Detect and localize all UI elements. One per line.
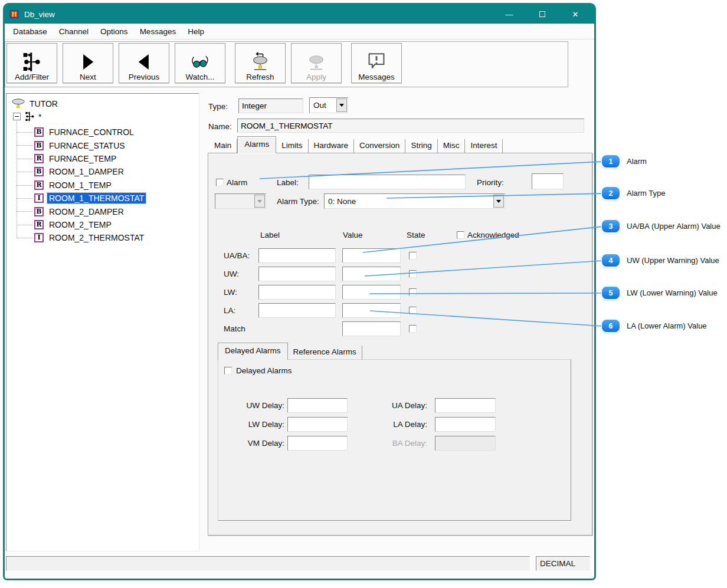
database-tree: TUTOR * B FURNACE_CONTROL B FURNACE_STAT… [6,93,199,551]
tab[interactable]: Hardware [309,139,355,153]
delayed-alarms-checkbox[interactable] [224,367,232,375]
alarm-threshold-row: LW: [208,285,592,300]
threshold-state-checkbox[interactable] [409,288,417,296]
app-icon [9,9,19,19]
name-field[interactable] [237,119,584,133]
sub-tab[interactable]: Delayed Alarms [218,343,288,360]
type-field[interactable] [238,98,303,113]
threshold-value-input[interactable] [342,303,401,318]
point-type-icon: B [34,207,44,216]
menu-item[interactable]: Messages [134,25,182,38]
tree-item-label[interactable]: FURNACE_TEMP [47,153,118,164]
annotation: 3 UA/BA (Upper Alarm) Value [602,220,721,232]
annotation-label: LA (Lower Alarm) Value [627,321,707,330]
direction-combobox[interactable]: Out [309,97,348,113]
delay-label: VM Delay: [225,439,284,448]
threshold-value-input[interactable] [342,248,401,263]
alarm-type-dropdown-arrow-icon[interactable] [493,195,504,208]
alarm-type-combobox[interactable]: 0: None [324,193,505,209]
database-icon [11,98,25,109]
tree-item-label[interactable]: ROOM_1_TEMP [47,180,113,190]
tree-channel-node[interactable]: * [13,111,41,121]
tree-item-label[interactable]: ROOM_1_THERMOSTAT [47,193,146,203]
tree-item[interactable]: B FURNACE_CONTROL [6,126,198,139]
threshold-value-input[interactable] [342,285,401,300]
tree-item[interactable]: I ROOM_2_THERMOSTAT [6,231,198,244]
annotation: 1 Alarm [602,155,647,167]
threshold-value-input[interactable] [342,267,401,281]
delay-input[interactable] [435,417,496,432]
tab[interactable]: Limits [276,139,308,153]
tab[interactable]: Misc [438,139,466,153]
tree-item-label[interactable]: FURNACE_CONTROL [47,127,136,137]
delay-input[interactable] [435,398,496,413]
tree-item-label[interactable]: ROOM_2_THERMOSTAT [47,232,146,243]
tree-item-label[interactable]: ROOM_2_TEMP [47,219,113,230]
threshold-label-input[interactable] [258,303,336,318]
alarm-checkbox[interactable] [216,179,224,186]
delay-input[interactable] [435,436,496,451]
toolbar-button[interactable]: Add/Filter [6,43,57,83]
annotation: 5 LW (Lower Warning) Value [602,287,718,299]
acknowledged-label: Acknowledged [467,231,519,239]
threshold-label-input[interactable] [258,248,336,263]
alarm-label-input[interactable] [309,175,466,189]
tree-item[interactable]: B FURNACE_STATUS [6,139,198,152]
tree-item[interactable]: B ROOM_1_DAMPER [6,165,198,178]
toolbar-button[interactable]: Refresh [235,43,286,83]
menu-item[interactable]: Channel [53,25,94,38]
maximize-button[interactable] [532,5,552,24]
toolbar-button[interactable]: Previous [119,43,169,83]
tree-item[interactable]: R ROOM_2_TEMP [6,218,198,231]
direction-value: Out [310,101,336,110]
tree-item[interactable]: I ROOM_1_THERMOSTAT [6,192,198,205]
priority-label: Priority: [477,178,504,187]
toolbar-button-label: Watch... [185,73,214,81]
threshold-state-checkbox[interactable] [409,270,417,278]
direction-dropdown-arrow-icon[interactable] [336,98,347,112]
tree-item-label[interactable]: ROOM_2_DAMPER [47,206,126,217]
tab[interactable]: Main [209,139,237,153]
threshold-label-input[interactable] [258,285,336,300]
threshold-state-checkbox[interactable] [409,325,417,333]
threshold-state-checkbox[interactable] [409,252,417,259]
tree-root-node[interactable]: TUTOR [11,98,58,109]
tree-item[interactable]: R FURNACE_TEMP [6,152,198,165]
sub-tab[interactable]: Reference Alarms [288,346,362,360]
disabled-combobox[interactable] [215,193,266,209]
point-type-icon: B [34,167,44,176]
toolbar-button[interactable]: Next [63,43,113,83]
annotation-number-badge: 6 [602,320,620,332]
tree-root-label: TUTOR [30,99,58,109]
tab[interactable]: Interest [465,139,503,153]
app-window: Db_view — ✕ DatabaseChannelOptionsMessag… [3,3,596,580]
toolbar-button[interactable]: Messages [351,43,402,83]
menu-item[interactable]: Options [94,25,134,38]
tab[interactable]: Alarms [237,136,276,153]
tree-item[interactable]: B ROOM_2_DAMPER [6,205,198,218]
screenshot-stage: Db_view — ✕ DatabaseChannelOptionsMessag… [0,0,727,588]
delay-input[interactable] [287,398,348,413]
tab[interactable]: String [405,139,437,153]
toolbar-button[interactable]: Apply [291,43,342,83]
tree-item[interactable]: R ROOM_1_TEMP [6,179,198,192]
delay-input[interactable] [287,417,348,432]
tree-item-label[interactable]: ROOM_1_DAMPER [47,166,126,177]
toolbar-button[interactable]: Watch... [175,43,225,83]
menu-item[interactable]: Database [7,25,53,38]
tree-item-label[interactable]: FURNACE_STATUS [47,140,127,151]
delayed-alarms-checkbox-label: Delayed Alarms [236,366,292,375]
threshold-label-input[interactable] [258,267,336,281]
minimize-button[interactable]: — [499,5,519,24]
priority-input[interactable] [532,173,564,189]
threshold-state-checkbox[interactable] [409,307,417,314]
close-button[interactable]: ✕ [565,5,585,24]
acknowledged-checkbox[interactable] [457,231,464,239]
annotation-number-badge: 5 [602,287,620,299]
delay-input[interactable] [287,436,348,451]
menu-item[interactable]: Help [182,25,210,38]
toolbar: Add/Filter Next Previous Watch... Refres… [5,41,568,87]
tab[interactable]: Conversion [354,139,405,153]
threshold-value-input[interactable] [342,321,401,336]
column-header-state: State [407,231,425,239]
